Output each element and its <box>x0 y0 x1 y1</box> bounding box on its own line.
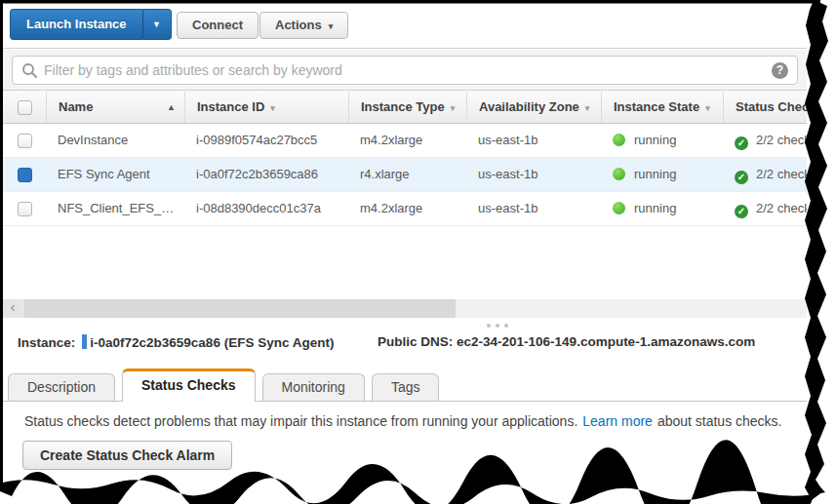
column-header-status-checks[interactable]: Status Checks▾ <box>723 92 807 123</box>
launch-instance-split-button: Launch Instance ▼ <box>10 9 172 40</box>
checkbox-cell <box>3 124 46 157</box>
instance-value: i-0a0f72c2b3659ca86 (EFS Sync Agent) <box>90 335 334 350</box>
table-body: DevInstance i-0989f0574ac27bcc5 m4.2xlar… <box>3 124 807 226</box>
column-header-instance-state[interactable]: Instance State▾ <box>601 92 723 123</box>
status-checks-cell: ✓2/2 checks … <box>723 124 807 157</box>
column-header-availability-zone[interactable]: Availability Zone▾ <box>466 92 601 123</box>
availability-zone-cell: us-east-1b <box>466 124 601 157</box>
state-label: running <box>634 201 676 215</box>
table-header: Name▲ Instance ID▾ Instance Type▾ Availa… <box>3 92 807 124</box>
selection-bar <box>82 334 87 349</box>
row-checkbox[interactable] <box>18 202 32 216</box>
column-label: Instance Type <box>361 99 445 114</box>
sort-asc-icon: ▲ <box>167 92 176 123</box>
name-cell: DevInstance <box>46 124 184 157</box>
column-label: Instance State <box>614 99 699 114</box>
sort-caret-icon: ▾ <box>705 103 710 113</box>
instance-id-cell: i-0a0f72c2b3659ca86 <box>184 158 348 191</box>
launch-instance-dropdown-icon[interactable]: ▼ <box>142 9 172 40</box>
instance-type-cell: m4.2xlarge <box>348 192 466 225</box>
check-circle-icon: ✓ <box>735 136 748 150</box>
check-circle-icon: ✓ <box>735 171 748 184</box>
public-dns-summary: Public DNS: ec2-34-201-106-149.compute-1… <box>378 334 755 349</box>
name-cell: NFS_Client_EFS_… <box>46 192 184 225</box>
launch-instance-button[interactable]: Launch Instance <box>10 9 142 40</box>
check-circle-icon: ✓ <box>735 205 748 218</box>
help-icon[interactable]: ? <box>772 62 788 79</box>
select-all-cell <box>3 92 46 123</box>
toolbar: Launch Instance ▼ Connect Actions▾ <box>3 4 807 49</box>
running-state-icon <box>613 168 625 180</box>
column-label: Status Checks <box>736 99 807 114</box>
scroll-left-icon[interactable]: ‹ <box>3 299 22 318</box>
instance-id-cell: i-08d8390decc01c37a <box>184 192 348 225</box>
instance-id-cell: i-0989f0574ac27bcc5 <box>184 124 348 157</box>
state-label: running <box>634 167 676 181</box>
instance-summary: Instance:i-0a0f72c2b3659ca86 (EFS Sync A… <box>18 334 334 350</box>
instance-type-cell: r4.xlarge <box>348 158 466 191</box>
state-label: running <box>634 133 676 147</box>
availability-zone-cell: us-east-1b <box>466 192 601 225</box>
name-cell: EFS Sync Agent <box>46 158 184 191</box>
instance-type-cell: m4.2xlarge <box>348 124 466 157</box>
public-dns-value: ec2-34-201-106-149.compute-1.amazonaws.c… <box>457 334 755 349</box>
learn-more-link[interactable]: Learn more <box>582 413 653 429</box>
create-status-check-alarm-button[interactable]: Create Status Check Alarm <box>22 441 232 470</box>
running-state-icon <box>613 202 625 214</box>
status-checks-cell: ✓2/2 checks … <box>723 192 807 225</box>
running-state-icon <box>613 134 625 146</box>
search-input[interactable] <box>44 58 756 83</box>
actions-button[interactable]: Actions▾ <box>259 12 348 39</box>
tab-status-checks[interactable]: Status Checks <box>122 368 255 402</box>
instance-state-cell: running <box>601 158 723 191</box>
connect-button[interactable]: Connect <box>177 12 259 39</box>
table-row[interactable]: NFS_Client_EFS_… i-08d8390decc01c37a m4.… <box>3 192 807 226</box>
status-checks-description: Status checks detect problems that may i… <box>24 413 782 429</box>
checkbox-cell <box>3 158 46 191</box>
search-box[interactable]: ? <box>12 56 798 85</box>
search-icon <box>21 62 38 79</box>
first-page-icon[interactable]: |‹ <box>807 58 812 75</box>
column-label: Instance ID <box>197 99 264 114</box>
column-label: Availability Zone <box>479 99 579 114</box>
status-text-suffix: about status checks. <box>657 413 782 429</box>
instance-state-cell: running <box>601 192 723 225</box>
table-row[interactable]: DevInstance i-0989f0574ac27bcc5 m4.2xlar… <box>3 124 807 158</box>
column-header-name[interactable]: Name▲ <box>46 92 184 123</box>
instance-state-cell: running <box>601 124 723 157</box>
status-label: 2/2 checks … <box>756 201 807 215</box>
status-label: 2/2 checks … <box>756 133 807 147</box>
checkbox-cell <box>3 192 46 225</box>
public-dns-label: Public DNS: <box>378 334 453 349</box>
actions-label: Actions <box>275 18 322 32</box>
tab-tags[interactable]: Tags <box>372 373 440 401</box>
instance-label: Instance: <box>18 335 75 350</box>
column-label: Name <box>59 99 93 114</box>
column-header-instance-id[interactable]: Instance ID▾ <box>184 92 348 123</box>
sort-caret-icon: ▾ <box>270 103 275 113</box>
filter-bar: ? |‹ <box>3 50 807 91</box>
tab-monitoring[interactable]: Monitoring <box>262 373 365 401</box>
status-checks-cell: ✓2/2 checks … <box>723 158 807 191</box>
chevron-down-icon: ▾ <box>329 21 334 31</box>
detail-tabs: Description Status Checks Monitoring Tag… <box>8 368 446 402</box>
tab-description[interactable]: Description <box>8 373 115 401</box>
horizontal-scrollbar[interactable]: ‹ <box>3 299 807 318</box>
sort-caret-icon: ▾ <box>585 103 590 113</box>
select-all-checkbox[interactable] <box>18 100 32 115</box>
column-header-instance-type[interactable]: Instance Type▾ <box>348 92 466 123</box>
status-label: 2/2 checks … <box>756 167 807 181</box>
ec2-console-window: Launch Instance ▼ Connect Actions▾ ? |‹ … <box>0 0 836 504</box>
scrollbar-thumb[interactable] <box>23 299 456 318</box>
table-row-selected[interactable]: EFS Sync Agent i-0a0f72c2b3659ca86 r4.xl… <box>3 158 807 192</box>
status-text: Status checks detect problems that may i… <box>24 413 577 429</box>
availability-zone-cell: us-east-1b <box>466 158 601 191</box>
sort-caret-icon: ▾ <box>451 103 456 113</box>
pane-resize-handle[interactable] <box>487 324 508 328</box>
row-checkbox[interactable] <box>18 134 32 148</box>
row-checkbox-checked[interactable] <box>18 168 32 182</box>
